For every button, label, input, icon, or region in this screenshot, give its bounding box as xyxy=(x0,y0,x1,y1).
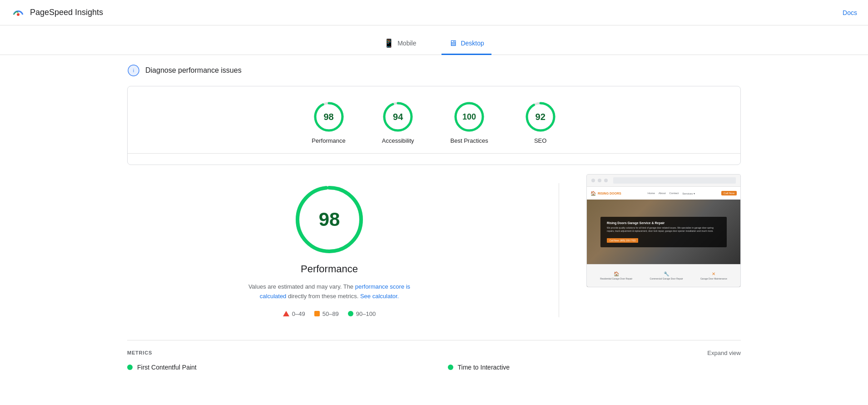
score-card: 98 Performance 94 Accessibility xyxy=(127,86,741,165)
preview-dot-1 xyxy=(591,179,595,182)
preview-footer-icon-0: 🏠 xyxy=(614,271,619,276)
score-number-performance: 98 xyxy=(323,112,333,122)
metrics-header: METRICS Expand view xyxy=(127,350,741,356)
preview-footer-item-1: 🔧 Commercial Garage Door Repair xyxy=(650,271,683,280)
preview-overlay-title: Rising Doors Garage Service & Repair xyxy=(607,221,720,225)
tab-desktop-label: Desktop xyxy=(461,40,484,47)
legend-item-low: 0–49 xyxy=(283,310,305,317)
score-label-accessibility: Accessibility xyxy=(382,137,414,144)
preview-footer-icon-2: ✕ xyxy=(712,271,715,276)
score-circle-accessibility: 94 xyxy=(382,101,414,133)
score-label-seo: SEO xyxy=(534,137,546,144)
big-score-section: 98 Performance Values are estimated and … xyxy=(127,174,531,326)
diagnose-icon: i xyxy=(127,64,140,77)
preview-footer-text-0: Residential Garage Door Repair xyxy=(600,277,632,280)
preview-cta-button: Call Now: (985) 200-7703 xyxy=(607,238,638,243)
preview-footer-text-1: Commercial Garage Door Repair xyxy=(650,277,683,280)
score-item-performance[interactable]: 98 Performance xyxy=(312,101,345,144)
preview-overlay: Rising Doors Garage Service & Repair We … xyxy=(600,217,727,247)
calculator-link[interactable]: See calculator. xyxy=(360,293,399,300)
preview-hero: Rising Doors Garage Service & Repair We … xyxy=(587,200,740,264)
score-circle-best-practices: 100 xyxy=(453,101,485,133)
legend-medium-label: 50–89 xyxy=(322,310,339,317)
metric-item-tti: Time to Interactive xyxy=(448,364,741,371)
preview-image: 🏠 RISING DOORS Home About Contact Servic… xyxy=(587,187,740,287)
vertical-divider xyxy=(559,183,559,317)
legend: 0–49 50–89 90–100 xyxy=(283,310,376,317)
legend-item-high: 90–100 xyxy=(348,310,376,317)
preview-address-bar xyxy=(613,177,736,184)
legend-triangle-icon xyxy=(283,311,289,316)
score-number-seo: 92 xyxy=(536,112,546,122)
website-preview: 🏠 RISING DOORS Home About Contact Servic… xyxy=(586,174,741,287)
pagespeed-logo-icon xyxy=(11,5,25,20)
metric-name-fcp: First Contentful Paint xyxy=(137,364,197,371)
description-text1: Values are estimated and may vary. The xyxy=(248,283,353,290)
preview-dot-2 xyxy=(598,179,601,182)
desktop-icon: 🖥 xyxy=(449,39,457,48)
main-content: 98 Performance Values are estimated and … xyxy=(127,174,741,326)
legend-square-icon xyxy=(314,311,320,316)
preview-nav-about: About xyxy=(659,192,666,195)
score-item-best-practices[interactable]: 100 Best Practices xyxy=(451,101,488,144)
preview-nav-contact: Contact xyxy=(670,192,679,195)
metric-name-tti: Time to Interactive xyxy=(458,364,510,371)
legend-circle-icon xyxy=(348,311,353,316)
score-number-best-practices: 100 xyxy=(462,112,476,122)
preview-site-header: 🏠 RISING DOORS Home About Contact Servic… xyxy=(587,187,740,200)
diagnose-text: Diagnose performance issues xyxy=(145,66,242,75)
preview-footer-item-0: 🏠 Residential Garage Door Repair xyxy=(600,271,632,280)
big-score-number: 98 xyxy=(319,209,340,230)
preview-dot-3 xyxy=(604,179,608,182)
metrics-title: METRICS xyxy=(127,350,152,355)
tab-desktop[interactable]: 🖥 Desktop xyxy=(441,33,491,55)
big-score-circle: 98 xyxy=(293,183,366,256)
metric-dot-fcp xyxy=(127,365,133,370)
score-description: Values are estimated and may vary. The p… xyxy=(243,282,416,301)
score-label-best-practices: Best Practices xyxy=(451,137,488,144)
preview-logo: 🏠 RISING DOORS xyxy=(590,191,621,196)
logo-area: PageSpeed Insights xyxy=(11,5,103,20)
diagnose-section: i Diagnose performance issues xyxy=(0,55,868,86)
metrics-grid: First Contentful Paint Time to Interacti… xyxy=(127,364,741,371)
legend-high-label: 90–100 xyxy=(356,310,376,317)
mobile-icon: 📱 xyxy=(384,38,394,48)
docs-link[interactable]: Docs xyxy=(843,9,857,16)
preview-header-cta: Call Now xyxy=(721,191,737,195)
preview-nav-services: Services ▾ xyxy=(682,192,695,195)
score-item-accessibility[interactable]: 94 Accessibility xyxy=(382,101,414,144)
metrics-section: METRICS Expand view First Contentful Pai… xyxy=(127,340,741,371)
tab-mobile[interactable]: 📱 Mobile xyxy=(377,33,423,55)
svg-point-1 xyxy=(17,13,20,16)
big-score-title: Performance xyxy=(301,263,358,275)
score-circles: 98 Performance 94 Accessibility xyxy=(128,101,740,154)
metric-dot-tti xyxy=(448,365,453,370)
tab-mobile-label: Mobile xyxy=(397,40,416,47)
metric-item-fcp: First Contentful Paint xyxy=(127,364,421,371)
score-circle-seo: 92 xyxy=(525,101,556,133)
preview-site-name: RISING DOORS xyxy=(598,192,621,195)
score-number-accessibility: 94 xyxy=(393,112,403,122)
legend-item-medium: 50–89 xyxy=(314,310,339,317)
preview-footer-bar: 🏠 Residential Garage Door Repair 🔧 Comme… xyxy=(587,264,740,287)
preview-footer-item-2: ✕ Garage Door Maintenance xyxy=(700,271,727,280)
preview-browser-bar xyxy=(587,175,740,187)
preview-footer-text-2: Garage Door Maintenance xyxy=(700,277,727,280)
preview-logo-icon: 🏠 xyxy=(590,191,596,196)
preview-footer-icon-1: 🔧 xyxy=(664,271,669,276)
expand-view-button[interactable]: Expand view xyxy=(707,350,741,356)
tabs-container: 📱 Mobile 🖥 Desktop xyxy=(0,25,868,55)
svg-text:i: i xyxy=(133,68,134,73)
preview-nav: Home About Contact Services ▾ xyxy=(648,192,695,195)
score-label-performance: Performance xyxy=(312,137,345,144)
score-circle-performance: 98 xyxy=(313,101,345,133)
app-title: PageSpeed Insights xyxy=(30,8,103,17)
header: PageSpeed Insights Docs xyxy=(0,0,868,25)
preview-overlay-description: We provide quality solutions for all kin… xyxy=(607,226,720,233)
legend-low-label: 0–49 xyxy=(292,310,305,317)
preview-nav-home: Home xyxy=(648,192,655,195)
score-item-seo[interactable]: 92 SEO xyxy=(525,101,556,144)
description-text2: directly from these metrics. xyxy=(288,293,358,300)
preview-section: 🏠 RISING DOORS Home About Contact Servic… xyxy=(586,174,741,326)
